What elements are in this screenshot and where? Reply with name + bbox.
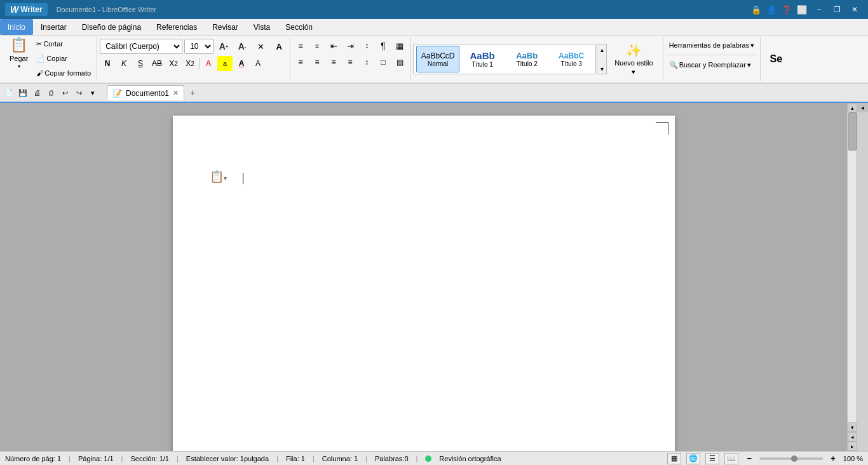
menu-diseno[interactable]: Diseño de página xyxy=(74,19,149,35)
style-normal[interactable]: AaBbCcD Normal xyxy=(416,46,459,72)
style-titulo2-label: Título 2 xyxy=(516,60,537,67)
new-doc-button[interactable]: 📄 xyxy=(3,86,15,99)
main-area: 📋▾ ▴ ▾ ◂ ▸ ◂ xyxy=(0,103,868,451)
bullets-button[interactable]: ≡ xyxy=(293,38,308,53)
underline-button[interactable]: S xyxy=(133,56,148,71)
superscript-button[interactable]: X2 xyxy=(166,56,181,71)
scroll-next-page-button[interactable]: ▸ xyxy=(848,441,857,451)
buscar-button[interactable]: 🔍 Buscar y Reemplazar ▾ xyxy=(666,58,758,72)
align-center-button[interactable]: ≡ xyxy=(309,55,325,70)
paste-clipboard-icon[interactable]: 📋▾ xyxy=(210,170,227,184)
zoom-plus-button[interactable]: + xyxy=(831,454,836,463)
align-right-button[interactable]: ≡ xyxy=(326,55,341,70)
decrease-size-button[interactable]: A- xyxy=(234,38,250,55)
document-page[interactable]: 📋▾ xyxy=(173,116,675,451)
shading-button[interactable]: ▨ xyxy=(392,55,407,70)
view-outline-button[interactable]: ☰ xyxy=(705,453,719,464)
scroll-down-button[interactable]: ▾ xyxy=(848,422,857,432)
increase-indent-button[interactable]: ⇥ xyxy=(342,38,358,53)
quick-dropdown-button[interactable]: ▾ xyxy=(86,86,99,99)
file-name-title: Documento1 - LibreOffice Writer xyxy=(57,6,156,13)
zoom-thumb[interactable] xyxy=(791,455,797,462)
menu-insertar[interactable]: Insertar xyxy=(33,19,74,35)
text-effects-button[interactable]: A xyxy=(271,38,287,55)
scroll-thumb[interactable] xyxy=(848,112,857,151)
doc-tab-close-button[interactable]: ✕ xyxy=(173,89,179,97)
sort-button[interactable]: ↕ xyxy=(359,38,374,53)
menu-inicio[interactable]: Inicio xyxy=(0,19,33,35)
font-size-select[interactable]: 10 xyxy=(184,39,214,54)
herramientas-label: Herramientas de palabras xyxy=(669,41,750,49)
zoom-minus-button[interactable]: − xyxy=(747,454,752,463)
words-status: Palabras:0 xyxy=(375,455,409,462)
app-logo[interactable]: W Writer xyxy=(5,3,48,16)
paste-icon: 📋 xyxy=(10,37,27,53)
doc-tab[interactable]: 📝 Documento1 ✕ xyxy=(107,85,184,100)
justify-button[interactable]: ≡ xyxy=(342,55,358,70)
nuevo-estilo-dropdown: ▾ xyxy=(632,68,635,76)
close-button[interactable]: ✕ xyxy=(846,3,863,16)
row-status: Fila: 1 xyxy=(286,455,305,462)
redo-button[interactable]: ↪ xyxy=(72,86,85,99)
copy-button[interactable]: 📄 Copiar xyxy=(33,51,94,65)
italic-button[interactable]: K xyxy=(116,56,132,71)
scroll-up-button[interactable]: ▴ xyxy=(848,103,857,112)
subscript-button[interactable]: X2 xyxy=(182,56,198,71)
herramientas-button[interactable]: Herramientas de palabras ▾ xyxy=(666,38,758,52)
print-button[interactable]: 🖨 xyxy=(31,86,43,99)
ribbon: 📋 Pegar ▾ ✂ Cortar 📄 Copiar 🖌 Co xyxy=(0,36,868,103)
view-normal-button[interactable]: ▦ xyxy=(667,453,681,464)
spell-check-dot xyxy=(425,455,431,462)
decrease-indent-button[interactable]: ⇤ xyxy=(326,38,341,53)
clear-format-button[interactable]: ✕ xyxy=(252,38,269,55)
print-preview-button[interactable]: ⎙ xyxy=(44,86,57,99)
menu-referencias[interactable]: Referencias xyxy=(149,19,205,35)
style-titulo2-preview: AaBb xyxy=(516,51,538,60)
text-outline-button[interactable]: A xyxy=(250,56,266,71)
zoom-slider[interactable] xyxy=(759,457,823,460)
text-color-button[interactable]: A xyxy=(234,56,249,71)
show-marks-button[interactable]: ¶ xyxy=(376,38,391,53)
bold-button[interactable]: N xyxy=(100,56,115,71)
menu-bar: Inicio Insertar Diseño de página Referen… xyxy=(0,19,868,36)
clipboard-group: 📋 Pegar ▾ ✂ Cortar 📄 Copiar 🖌 Co xyxy=(3,37,97,81)
minimize-button[interactable]: − xyxy=(811,3,827,16)
app-letter: W xyxy=(10,4,18,15)
document-area[interactable]: 📋▾ xyxy=(0,103,847,451)
style-titulo3[interactable]: AaBbC Título 3 xyxy=(550,46,593,72)
style-titulo2[interactable]: AaBb Título 2 xyxy=(505,46,548,72)
styles-scroll-up[interactable]: ▴ xyxy=(597,44,606,55)
scroll-track[interactable] xyxy=(848,112,857,422)
align-left-button[interactable]: ≡ xyxy=(293,55,308,70)
styles-scroll-down[interactable]: ▾ xyxy=(597,64,606,74)
strikethrough-button[interactable]: AB xyxy=(149,56,165,71)
nuevo-estilo-button[interactable]: ✨ Nuevo estilo ▾ xyxy=(610,43,658,75)
font-color-button[interactable]: A xyxy=(201,56,216,71)
scroll-prev-page-button[interactable]: ◂ xyxy=(848,432,857,441)
view-web-button[interactable]: 🌐 xyxy=(686,453,700,464)
numbering-button[interactable]: ≡ xyxy=(309,38,325,53)
menu-vista[interactable]: Vista xyxy=(246,19,278,35)
cut-button[interactable]: ✂ Cortar xyxy=(33,37,94,51)
borders-button[interactable]: □ xyxy=(376,55,391,70)
restore-button[interactable]: ❐ xyxy=(829,3,845,16)
highlight-button[interactable]: a xyxy=(217,56,233,71)
right-panel-toggle[interactable]: ◂ xyxy=(857,103,869,112)
line-spacing-button[interactable]: ↕ xyxy=(359,55,374,70)
seccion-button[interactable]: Se xyxy=(764,43,787,75)
multicolumn-button[interactable]: ▦ xyxy=(392,38,407,53)
menu-revisar[interactable]: Revisar xyxy=(205,19,246,35)
status-sep5: | xyxy=(313,455,315,462)
undo-button[interactable]: ↩ xyxy=(58,86,71,99)
copy-format-button[interactable]: 🖌 Copiar formato xyxy=(33,66,94,80)
paste-button[interactable]: 📋 Pegar ▾ xyxy=(5,37,32,69)
tools-group: Herramientas de palabras ▾ 🔍 Buscar y Re… xyxy=(663,37,761,81)
font-name-select[interactable]: Calibri (Cuerpo) xyxy=(100,39,182,54)
menu-seccion[interactable]: Sección xyxy=(278,19,320,35)
save-button[interactable]: 💾 xyxy=(17,86,29,99)
vertical-scrollbar[interactable]: ▴ ▾ ◂ ▸ xyxy=(847,103,857,451)
view-book-button[interactable]: 📖 xyxy=(724,453,738,464)
new-tab-button[interactable]: + xyxy=(186,86,200,100)
increase-size-button[interactable]: A+ xyxy=(215,38,232,55)
style-titulo1[interactable]: AaBb Título 1 xyxy=(461,46,504,72)
